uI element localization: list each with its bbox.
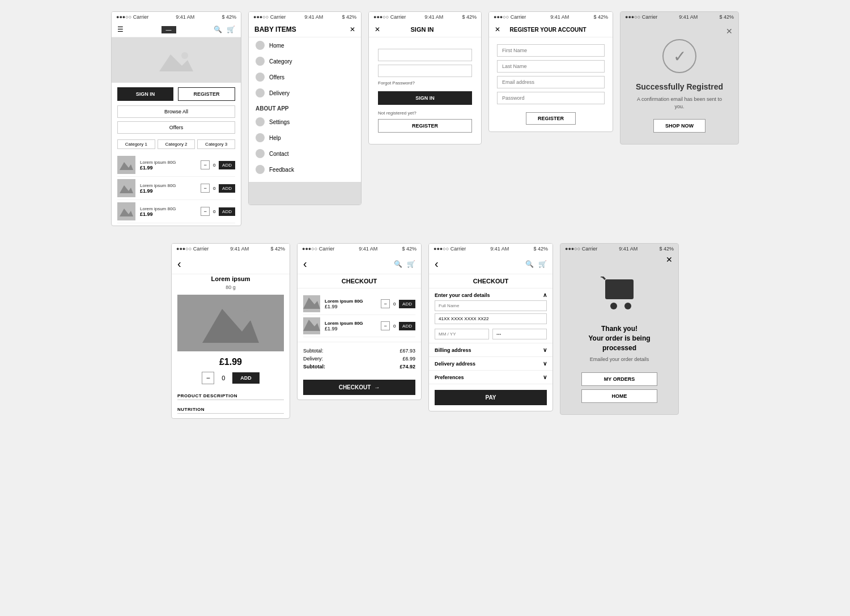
signin-close-icon[interactable]: ✕ [375, 26, 380, 33]
summary-total-row: Subtotal: £74.92 [303, 363, 415, 371]
cart-icon-checkout1[interactable]: 🛒 [407, 260, 415, 268]
menu-item-icon-offers [256, 73, 265, 82]
add-btn-3[interactable]: ADD [219, 207, 235, 216]
screen-signin: ●●●○○ Carrier 9:41 AM $ 42% ✕ SIGN IN Fo… [368, 11, 482, 145]
checkout-add-btn-2[interactable]: ADD [399, 322, 415, 330]
order-success-content: Thank you! Your order is being processed… [560, 265, 678, 414]
category-tabs: Category 1 Category 2 Category 3 [112, 137, 241, 151]
cart-icon-payment[interactable]: 🛒 [538, 260, 547, 268]
qty-minus-3[interactable]: − [201, 207, 210, 216]
menu-item-label-offers: Offers [269, 74, 284, 80]
qty-minus-2[interactable]: − [201, 184, 210, 193]
pay-button[interactable]: PAY [435, 390, 547, 405]
card-section-label: Enter your card details [435, 292, 490, 298]
checkout-add-btn-1[interactable]: ADD [399, 300, 415, 308]
forgot-password-text[interactable]: Forgot Password? [378, 80, 472, 86]
home-button[interactable]: HOME [581, 389, 657, 403]
detail-price: £1.99 [172, 357, 290, 367]
add-btn-2[interactable]: ADD [219, 184, 235, 193]
success-subtitle: A confirmation email has been sent to yo… [632, 96, 727, 110]
checkout-item-info-1: Lorem ipsum 80G £1.99 [325, 299, 376, 309]
product-controls-3: − 0 ADD [201, 207, 235, 216]
delivery-address-label: Delivery address [435, 361, 475, 367]
billing-section-header[interactable]: Billing address ∨ [435, 347, 547, 353]
menu-item-contact[interactable]: Contact [249, 146, 361, 162]
qty-minus-1[interactable]: − [201, 160, 210, 169]
reg-password-input[interactable] [497, 92, 605, 104]
cart-icon-home[interactable]: 🛒 [227, 26, 235, 33]
signin-button[interactable]: SIGN IN [117, 87, 173, 101]
detail-add-button[interactable]: ADD [232, 372, 260, 384]
card-expiry-input[interactable] [435, 329, 489, 339]
product-name-1: Lorem ipsum 80G [140, 160, 196, 165]
detail-product-name: Lorem ipsum [172, 274, 290, 284]
status-bar-success: ●●●○○ Carrier 9:41 AM $ 42% [620, 12, 738, 22]
menu-close-icon[interactable]: ✕ [350, 26, 355, 33]
preferences-section: Preferences ∨ [429, 371, 552, 384]
carrier-payment: ●●●○○ Carrier [434, 246, 466, 252]
register-submit-button[interactable]: REGISTER [526, 112, 576, 125]
card-section-header[interactable]: Enter your card details ∧ [435, 292, 547, 298]
menu-item-feedback[interactable]: Feedback [249, 162, 361, 177]
cardholder-name-input[interactable] [435, 300, 547, 311]
about-section-title: ABOUT APP [249, 101, 361, 114]
menu-item-home[interactable]: Home [249, 37, 361, 53]
search-icon-home[interactable]: 🔍 [214, 26, 222, 33]
register-close-icon[interactable]: ✕ [495, 26, 500, 33]
search-icon-payment[interactable]: 🔍 [525, 260, 534, 268]
svg-point-12 [624, 303, 631, 309]
product-controls-2: − 0 ADD [201, 184, 235, 193]
status-bar-order-success: ●●●○○ Carrier 9:41 AM $ 42% [560, 244, 678, 254]
battery-register: $ 42% [593, 14, 608, 20]
search-icon-checkout1[interactable]: 🔍 [394, 260, 402, 268]
success-close-icon[interactable]: ✕ [726, 27, 733, 36]
username-input[interactable] [378, 49, 472, 61]
register-button[interactable]: REGISTER [178, 87, 235, 101]
menu-item-icon-category [256, 57, 265, 66]
password-input[interactable] [378, 65, 472, 77]
time-detail: 9:41 AM [230, 246, 249, 252]
checkout-mountain-1 [303, 295, 320, 309]
shop-now-button[interactable]: SHOP NOW [653, 119, 706, 133]
product-name-3: Lorem ipsum 80G [140, 206, 196, 211]
back-icon-detail[interactable]: ‹ [177, 257, 181, 270]
browse-all-button[interactable]: Browse All [117, 105, 235, 118]
menu-item-delivery[interactable]: Delivery [249, 85, 361, 101]
card-number-input[interactable] [435, 313, 547, 324]
category-tab-1[interactable]: Category 1 [117, 139, 155, 149]
order-success-close-icon[interactable]: ✕ [666, 255, 673, 264]
my-orders-button[interactable]: MY ORDERS [581, 372, 657, 386]
category-tab-2[interactable]: Category 2 [158, 139, 196, 149]
detail-qty-minus[interactable]: − [202, 372, 214, 384]
checkout-button[interactable]: CHECKOUT → [303, 380, 415, 395]
email-input[interactable] [497, 76, 605, 88]
preferences-section-header[interactable]: Preferences ∨ [435, 374, 547, 380]
checkout-qty-minus-1[interactable]: − [381, 299, 390, 308]
menu-item-label-contact: Contact [269, 151, 288, 157]
menu-item-help[interactable]: Help [249, 130, 361, 146]
card-cvv-input[interactable] [492, 329, 547, 339]
signin-submit-button[interactable]: SIGN IN [378, 91, 472, 105]
firstname-input[interactable] [497, 44, 605, 57]
back-icon-payment[interactable]: ‹ [435, 257, 439, 270]
checkout-item-name-1: Lorem ipsum 80G [325, 299, 376, 304]
carrier-register: ●●●○○ Carrier [494, 14, 526, 20]
add-btn-1[interactable]: ADD [219, 161, 235, 169]
register-link-button[interactable]: REGISTER [378, 119, 472, 133]
checkout-title-2: CHECKOUT [429, 274, 552, 288]
carrier-success: ●●●○○ Carrier [625, 14, 657, 20]
not-registered-text: Not registered yet? [378, 111, 472, 116]
back-icon-checkout1[interactable]: ‹ [303, 257, 307, 270]
menu-item-offers[interactable]: Offers [249, 69, 361, 85]
menu-footer-gray [249, 182, 361, 205]
delivery-section-header[interactable]: Delivery address ∨ [435, 360, 547, 367]
lastname-input[interactable] [497, 60, 605, 73]
screen-success: ●●●○○ Carrier 9:41 AM $ 42% ✕ ✓ Successf… [620, 11, 739, 145]
menu-item-category[interactable]: Category [249, 53, 361, 69]
category-tab-3[interactable]: Category 3 [197, 139, 235, 149]
offers-button[interactable]: Offers [117, 121, 235, 134]
checkout-qty-minus-2[interactable]: − [381, 321, 390, 330]
checkout-qty-val-2: 0 [392, 324, 397, 329]
menu-icon[interactable]: ☰ [117, 26, 124, 33]
menu-item-settings[interactable]: Settings [249, 114, 361, 130]
